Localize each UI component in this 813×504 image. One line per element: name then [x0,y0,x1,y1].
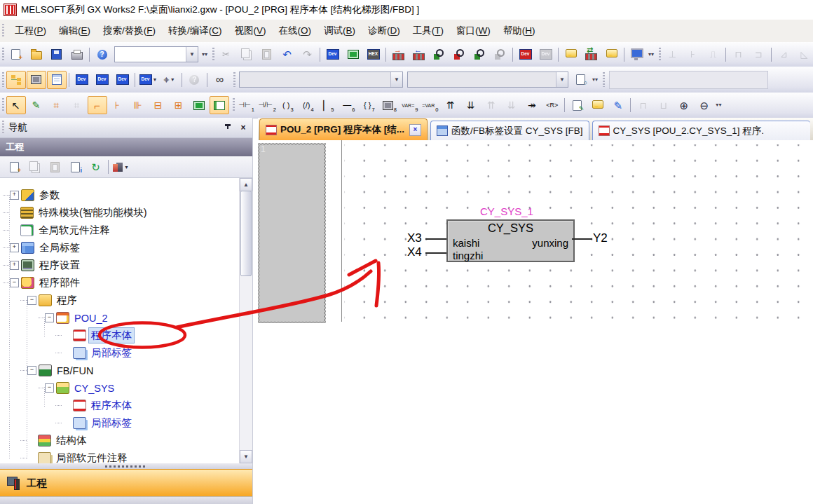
var-assignment-2-button[interactable]: =VAR0 [421,96,440,114]
menu-item-2[interactable]: 搜索/替换(F) [97,22,162,40]
element-parts-button[interactable]: ⊞ [169,96,189,114]
output-instruction-button[interactable]: ⊪ [128,96,148,114]
sl-read-mode-button[interactable]: ⊓ [729,46,749,64]
tree-scrollbar[interactable]: ▲ ▼ [239,178,252,463]
tree-item-程序本体[interactable]: 程序本体 [0,327,240,344]
device-display-button[interactable]: Dev▼ [138,71,159,89]
device-find-button[interactable]: Dev [323,46,343,64]
expand-toggle[interactable]: + [10,243,19,252]
program-check-button[interactable] [343,46,363,64]
menu-item-5[interactable]: 在线(O) [273,22,318,40]
horizontal-line-button[interactable]: —6 [339,96,359,114]
jump-button[interactable]: ↠ [522,96,542,114]
refresh-view-button[interactable]: ↻ [86,158,106,176]
scroll-up-button[interactable]: ▲ [240,178,252,191]
monitor-stop-button[interactable] [450,46,470,64]
toolbar-overflow-button[interactable]: ▾▾ [714,97,723,114]
new-ladder-block-button[interactable] [189,96,209,114]
tree-item-局部软元件注释[interactable]: 局部软元件注释 [0,449,240,463]
copy-data-button[interactable] [25,158,45,176]
scroll-down-button[interactable]: ▼ [240,450,252,463]
fb-instance-label[interactable]: CY_SYS_1 [480,205,533,217]
zoom-out-button[interactable]: ⊖ [695,96,714,114]
open-project-button[interactable] [27,46,46,64]
new-data-button[interactable] [5,158,25,176]
find-target-combo-combobox[interactable]: ▼ [407,71,568,88]
falling-pulse-gray-button[interactable]: ⇊ [502,96,521,114]
device-comment-edit-button[interactable]: Dev [72,71,92,89]
operand-x4[interactable]: X4 [407,245,422,259]
statement-display-button[interactable] [602,46,622,64]
monitor-pc-button[interactable] [627,46,647,64]
toolbar-overflow-button[interactable]: ▾▾ [647,46,655,63]
rung-gutter[interactable]: 1 [259,144,325,322]
project-combo-combobox[interactable]: ▼ [114,46,198,62]
save-project-button[interactable] [47,46,67,64]
view-selector-strip[interactable] [0,496,252,504]
tree-item-全局软元件注释[interactable]: 全局软元件注释 [0,222,240,239]
tree-item-程序设置[interactable]: +程序设置 [0,257,240,274]
write-to-plc-button[interactable] [389,46,409,64]
falling-pulse-button[interactable]: ⇊ [461,96,481,114]
rising-pulse-gray-button[interactable]: ⇈ [481,96,501,114]
menu-item-7[interactable]: 诊断(D) [362,22,406,40]
menu-item-9[interactable]: 窗口(W) [450,22,497,40]
comment-display-button[interactable] [561,46,581,64]
guided-mode-gray-button[interactable]: ⌗ [67,96,87,114]
sl-build-button[interactable]: ⊥ [663,46,683,64]
edit-pen-button[interactable]: ✎ [608,96,628,114]
sl-online-change-button[interactable]: ⊦ [683,46,703,64]
device-test-off-button[interactable]: Dev [536,46,556,64]
panel-splitter[interactable] [0,463,252,469]
menu-item-3[interactable]: 转换/编译(C) [162,22,228,40]
sort-filter-button[interactable]: ▼ [111,158,131,176]
device-memory-edit-button[interactable]: Dev [93,71,112,89]
operand-x3[interactable]: X3 [407,231,422,245]
toolbar-grip[interactable] [2,24,4,38]
device-test-button[interactable]: Dev [516,46,535,64]
auto-connect-button[interactable]: ⌐ [88,96,107,114]
collapse-toggle[interactable]: − [45,313,54,322]
tree-item-局部标签[interactable]: 局部标签 [0,414,240,432]
verify-with-plc-button[interactable] [430,46,449,64]
expand-toggle[interactable]: + [10,191,19,200]
label-edit-button[interactable] [568,96,587,114]
combo-dropdown-icon[interactable]: ▼ [186,47,198,62]
tree-item-局部标签[interactable]: 局部标签 [0,344,240,362]
module-configuration-button[interactable] [27,71,46,89]
menu-item-8[interactable]: 工具(T) [406,22,450,40]
help-button[interactable]: ? [93,46,112,64]
undo-button[interactable]: ↶ [278,46,297,64]
scroll-thumb[interactable] [240,191,252,276]
tree-item-结构体[interactable]: 结构体 [0,432,240,449]
find-in-document-button[interactable] [571,71,590,89]
instruction-coil-button[interactable]: { }7 [360,96,379,114]
menu-item-0[interactable]: 工程(P) [8,22,53,40]
tree-item-POU_2[interactable]: −POU_2 [0,309,240,327]
paste-data-button[interactable] [46,158,65,176]
tree-item-FB/FUN[interactable]: −FB/FUN [0,362,240,379]
guided-mode-button[interactable]: ⌗ [47,96,67,114]
menu-item-6[interactable]: 调试(B) [317,22,362,40]
cut-button[interactable]: ✂ [217,46,236,64]
document-tab-1[interactable]: 函数/FB标签设置 CY_SYS [FB] [430,121,589,140]
ladder-block-list-button[interactable] [210,96,229,114]
expand-toggle[interactable]: + [10,261,19,270]
find-combo-combobox[interactable]: ▼ [239,71,403,88]
print-button[interactable] [67,46,87,64]
menu-item-1[interactable]: 编辑(E) [53,22,97,40]
collapse-toggle[interactable]: − [10,278,19,287]
project-tree-button[interactable] [6,71,26,89]
help-gray-button[interactable]: ? [184,71,204,89]
document-tab-2[interactable]: CY_SYS [POU_2.CY_SYS_1] 程序. [592,121,810,140]
tree-item-CY_SYS[interactable]: −CY_SYS [0,379,240,397]
collapse-toggle[interactable]: − [27,296,36,305]
menu-item-4[interactable]: 视图(V) [228,22,273,40]
sl-write-mode-button[interactable]: ⊐ [749,46,769,64]
read-from-plc-button[interactable] [409,46,429,64]
element-select-button[interactable]: ⊟ [149,96,168,114]
closed-contact-button[interactable]: ⊣/⊢2 [257,96,278,114]
copy-button[interactable] [237,46,257,64]
tree-item-程序[interactable]: −程序 [0,292,240,309]
new-project-button[interactable] [6,46,26,64]
